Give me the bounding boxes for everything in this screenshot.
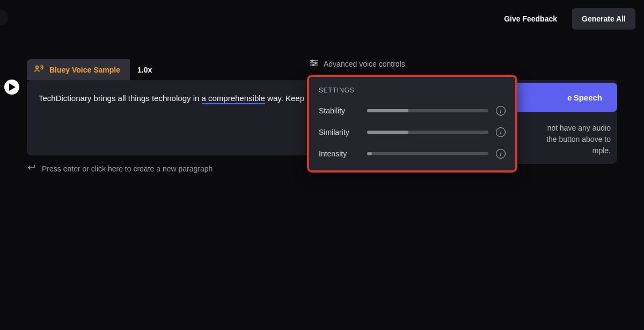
setting-row-similarity: Similarity i (319, 127, 506, 137)
advanced-voice-controls-button[interactable]: Advanced voice controls (310, 59, 405, 68)
intensity-slider[interactable] (367, 152, 488, 155)
similarity-label: Similarity (319, 128, 367, 137)
similarity-info-icon[interactable]: i (496, 127, 506, 137)
setting-row-intensity: Intensity i (319, 149, 506, 159)
svg-point-6 (312, 64, 314, 66)
stability-slider-fill (367, 109, 408, 112)
editor-text-prefix: TechDictionary brings all things technol… (39, 94, 202, 103)
settings-title: SETTINGS (319, 87, 506, 94)
playback-speed-tab[interactable]: 1.0x (130, 60, 159, 80)
stability-label: Stability (319, 106, 367, 115)
editor-text-underlined: a comprehensible (202, 94, 265, 104)
voice-sample-label: Bluey Voice Sample (49, 66, 120, 74)
similarity-slider[interactable] (367, 131, 488, 134)
sliders-icon (310, 59, 318, 68)
enter-key-icon (27, 164, 35, 173)
settings-popover: SETTINGS Stability i Similarity i Intens… (308, 75, 517, 172)
intensity-slider-fill (367, 152, 372, 155)
advanced-voice-controls-label: Advanced voice controls (324, 60, 405, 68)
svg-point-0 (36, 66, 39, 69)
play-button[interactable] (4, 80, 19, 95)
generate-all-button[interactable]: Generate All (572, 8, 635, 30)
stability-slider[interactable] (367, 109, 488, 112)
svg-point-2 (311, 60, 313, 61)
voice-icon (34, 64, 44, 75)
svg-point-4 (314, 62, 316, 63)
similarity-slider-fill (367, 131, 408, 134)
intensity-label: Intensity (319, 149, 367, 158)
play-icon (9, 83, 16, 91)
setting-row-stability: Stability i (319, 106, 506, 116)
top-bar: Give Feedback Generate All (0, 0, 644, 38)
voice-sample-tab[interactable]: Bluey Voice Sample (27, 59, 130, 80)
new-paragraph-hint-text: Press enter or click here to create a ne… (42, 164, 213, 173)
intensity-info-icon[interactable]: i (496, 149, 506, 159)
give-feedback-button[interactable]: Give Feedback (497, 9, 564, 28)
stability-info-icon[interactable]: i (496, 106, 506, 116)
